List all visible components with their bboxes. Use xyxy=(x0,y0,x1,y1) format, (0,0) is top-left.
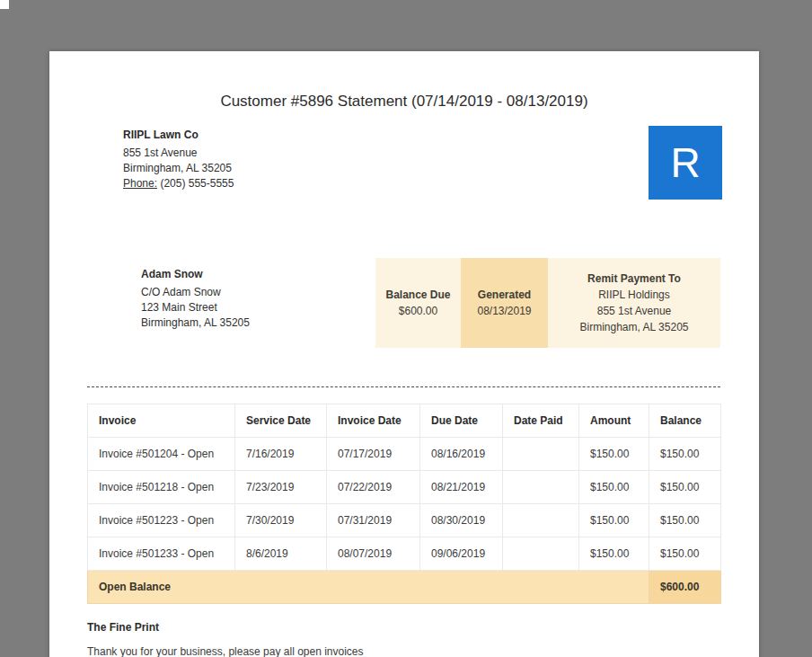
invoice-row: Invoice #501204 - Open7/16/201907/17/201… xyxy=(88,438,721,471)
viewer-background: Customer #5896 Statement (07/14/2019 - 0… xyxy=(0,0,812,657)
invoice-cell: Invoice #501233 - Open xyxy=(88,537,235,571)
remit-name: RIIPL Holdings xyxy=(598,287,670,303)
statement-title: Customer #5896 Statement (07/14/2019 - 0… xyxy=(49,93,759,111)
invoice-cell: $150.00 xyxy=(649,471,721,504)
phone-label: Phone: xyxy=(123,177,157,190)
generated-value: 08/13/2019 xyxy=(477,303,531,319)
remit-payment-box: Remit Payment To RIIPL Holdings 855 1st … xyxy=(548,258,720,348)
invoice-cell: Invoice #501204 - Open xyxy=(88,438,235,471)
invoice-cell: $150.00 xyxy=(649,537,721,571)
statement-page: Customer #5896 Statement (07/14/2019 - 0… xyxy=(49,51,759,657)
invoice-cell: Invoice #501218 - Open xyxy=(88,471,235,504)
customer-city: Birmingham, AL 35205 xyxy=(141,315,250,331)
customer-care-of: C/O Adam Snow xyxy=(141,285,250,300)
table-header-row: InvoiceService DateInvoice DateDue DateD… xyxy=(88,404,721,438)
invoice-row: Invoice #501223 - Open7/30/201907/31/201… xyxy=(88,504,721,537)
open-balance-label: Open Balance xyxy=(88,571,649,604)
invoice-cell: 7/16/2019 xyxy=(235,438,327,471)
balance-due-value: $600.00 xyxy=(399,303,437,319)
column-header: Date Paid xyxy=(503,404,579,438)
company-phone-line: Phone: (205) 555-5555 xyxy=(123,176,234,191)
invoice-cell xyxy=(503,471,579,504)
company-name: RIIPL Lawn Co xyxy=(123,128,234,143)
remit-address1: 855 1st Avenue xyxy=(597,303,672,319)
invoice-cell: $150.00 xyxy=(579,537,649,571)
invoice-cell: 08/21/2019 xyxy=(420,471,503,504)
column-header: Balance xyxy=(649,404,721,438)
invoice-cell: $150.00 xyxy=(649,438,721,471)
company-logo: R xyxy=(649,126,722,200)
invoice-cell: $150.00 xyxy=(579,438,649,471)
fine-print-heading: The Fine Print xyxy=(87,621,159,634)
generated-label: Generated xyxy=(478,287,531,303)
invoice-cell: 8/6/2019 xyxy=(235,537,327,571)
column-header: Invoice Date xyxy=(327,404,420,438)
invoice-cell: 08/30/2019 xyxy=(420,504,503,537)
invoice-row: Invoice #501233 - Open8/6/201908/07/2019… xyxy=(88,537,721,571)
column-header: Service Date xyxy=(235,404,327,438)
invoice-cell: 09/06/2019 xyxy=(420,537,503,571)
company-info-block: RIIPL Lawn Co 855 1st Avenue Birmingham,… xyxy=(123,128,234,191)
invoice-cell: $150.00 xyxy=(579,504,649,537)
corner-artifact xyxy=(0,0,9,9)
invoice-row: Invoice #501218 - Open7/23/201907/22/201… xyxy=(88,471,721,504)
statement-summary: Balance Due $600.00 Generated 08/13/2019… xyxy=(375,258,720,348)
balance-due-label: Balance Due xyxy=(385,287,450,303)
company-address-line2: Birmingham, AL 35205 xyxy=(123,161,234,176)
invoice-cell: 07/22/2019 xyxy=(327,471,420,504)
invoice-cell xyxy=(503,438,579,471)
column-header: Due Date xyxy=(420,404,503,438)
invoice-table: InvoiceService DateInvoice DateDue DateD… xyxy=(87,404,721,604)
invoice-table-body: Invoice #501204 - Open7/16/201907/17/201… xyxy=(88,438,721,571)
invoice-cell xyxy=(503,537,579,571)
column-header: Amount xyxy=(579,404,649,438)
customer-name: Adam Snow xyxy=(141,267,250,282)
logo-letter: R xyxy=(670,142,700,183)
phone-value: (205) 555-5555 xyxy=(160,177,234,190)
invoice-cell: Invoice #501223 - Open xyxy=(88,504,235,537)
generated-box: Generated 08/13/2019 xyxy=(461,258,548,348)
invoice-cell: 07/31/2019 xyxy=(327,504,420,537)
invoice-cell: 08/07/2019 xyxy=(327,537,420,571)
customer-street: 123 Main Street xyxy=(141,300,250,315)
open-balance-value: $600.00 xyxy=(649,571,721,604)
fine-print-body: Thank you for your business, please pay … xyxy=(87,645,364,657)
invoice-cell: 07/17/2019 xyxy=(327,438,420,471)
invoice-cell: 7/23/2019 xyxy=(235,471,327,504)
balance-due-box: Balance Due $600.00 xyxy=(375,258,461,348)
company-address-line1: 855 1st Avenue xyxy=(123,146,234,161)
column-header: Invoice xyxy=(88,404,235,438)
invoice-cell: 7/30/2019 xyxy=(235,504,327,537)
remit-address2: Birmingham, AL 35205 xyxy=(580,319,689,335)
dashed-divider xyxy=(87,386,720,387)
invoice-cell xyxy=(503,504,579,537)
remit-label: Remit Payment To xyxy=(587,271,681,287)
invoice-cell: 08/16/2019 xyxy=(420,438,503,471)
invoice-cell: $150.00 xyxy=(649,504,721,537)
invoice-cell: $150.00 xyxy=(579,471,649,504)
open-balance-row: Open Balance $600.00 xyxy=(88,571,721,604)
customer-address-block: Adam Snow C/O Adam Snow 123 Main Street … xyxy=(141,267,250,331)
